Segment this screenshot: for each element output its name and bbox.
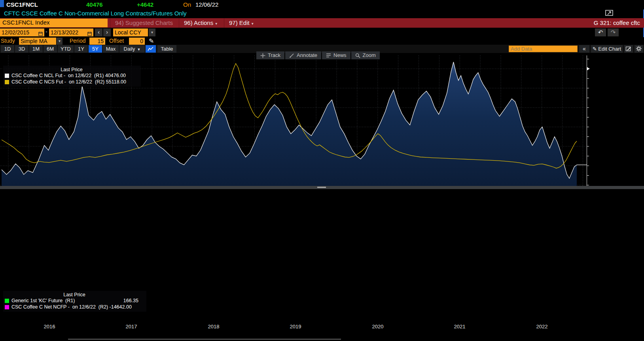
chart-tools-bar: Track Annotate News Zoom xyxy=(256,51,380,59)
series-swatch-magenta xyxy=(5,305,9,309)
add-data-input[interactable] xyxy=(509,45,578,52)
currency-dropdown-caret[interactable]: ▾ xyxy=(149,28,155,36)
legend-row-kc: Generic 1st 'KC' Future (R1)166.35 xyxy=(5,298,144,304)
track-crosshair-icon xyxy=(260,53,265,58)
year-label: 2021 xyxy=(446,324,474,330)
chart-region[interactable]: Track Annotate News Zoom Last Price CSC … xyxy=(0,53,644,341)
annotate-button[interactable]: Annotate xyxy=(285,51,321,59)
period-field[interactable]: 15 xyxy=(89,38,105,45)
command-toolbar: CSC1FNCL Index 94) Suggested Charts 96) … xyxy=(0,18,644,28)
security-input[interactable]: CSC1FNCL Index xyxy=(0,19,108,27)
legend-row-ncs: CSC Coffee C NCS Fut - on 12/6/22 (R2) 5… xyxy=(5,79,138,85)
legend-title: Last Price xyxy=(5,66,138,73)
tab-5y-selected[interactable]: 5Y xyxy=(89,45,102,53)
year-label: 2017 xyxy=(117,324,145,330)
range-controls-row: 12/02/2015 - 12/13/2022 ‹ › Local CCY ▾ … xyxy=(0,28,644,37)
year-label: 2019 xyxy=(282,324,309,330)
series-swatch-white xyxy=(5,74,9,78)
legend-title: Last Price xyxy=(5,292,144,298)
news-button[interactable]: News xyxy=(322,51,350,59)
tab-ytd[interactable]: YTD xyxy=(58,45,74,53)
subtitle-row: CFTC CSCE Coffee C Non-Commercial Long C… xyxy=(0,9,644,18)
legend-row-ncfp: CSC Coffee C Net NCFP - on 12/6/22 (R2) … xyxy=(5,304,144,311)
study-select[interactable]: Simple MA xyxy=(19,38,56,45)
start-date-field[interactable]: 12/02/2015 xyxy=(0,28,44,36)
series-swatch-gold xyxy=(5,80,9,84)
chevron-down-icon: ▼ xyxy=(137,47,140,51)
price-change: +4642 xyxy=(137,1,153,8)
frequency-select[interactable]: Daily▼ xyxy=(119,45,145,53)
actions-menu[interactable]: 96) Actions▾ xyxy=(179,18,222,28)
collapse-panel-button[interactable]: « xyxy=(579,45,589,53)
track-button[interactable]: Track xyxy=(256,51,284,59)
panel-splitter[interactable] xyxy=(0,186,644,189)
end-date-field[interactable]: 12/13/2022 xyxy=(49,28,93,36)
launch-monitor-icon[interactable] xyxy=(604,9,615,17)
on-label: On xyxy=(183,1,191,8)
splitter-handle[interactable] xyxy=(317,187,326,188)
table-view-button[interactable]: Table xyxy=(157,45,176,53)
study-controls-row: Study Simple MA ▾ Period 15 Offset 0 ✎ xyxy=(0,38,644,45)
chevron-down-icon: ▾ xyxy=(252,21,254,26)
series-swatch-green xyxy=(5,299,9,303)
shift-range-forward-button[interactable]: › xyxy=(103,28,111,36)
calendar-icon xyxy=(38,30,43,38)
price-axis xyxy=(587,55,590,186)
tab-1y[interactable]: 1Y xyxy=(74,45,88,53)
bottom-chart-legend: Last Price Generic 1st 'KC' Future (R1)1… xyxy=(3,291,146,312)
edit-chart-button[interactable]: ✎ Edit Chart xyxy=(591,45,623,53)
line-chart-type-icon[interactable] xyxy=(146,45,156,53)
horizontal-scrollbar[interactable] xyxy=(68,339,341,340)
last-price: 40476 xyxy=(86,1,103,8)
legend-value: 166.35 xyxy=(123,298,144,304)
page-label: G 321: coffee cftc xyxy=(594,18,640,28)
ticker-marker xyxy=(0,0,4,7)
add-data-wrap xyxy=(509,45,578,52)
undo-button[interactable]: ↶ xyxy=(595,28,606,36)
chart-settings-icon[interactable] xyxy=(624,45,633,53)
security-description: CFTC CSCE Coffee C Non-Commercial Long C… xyxy=(4,10,187,17)
zoom-magnifier-icon xyxy=(355,53,360,58)
tab-max[interactable]: Max xyxy=(103,45,119,53)
chevron-down-icon: ▾ xyxy=(215,21,217,26)
period-label: Period xyxy=(70,38,85,44)
suggested-charts-menu[interactable]: 94) Suggested Charts xyxy=(110,18,178,28)
zoom-button[interactable]: Zoom xyxy=(351,51,380,59)
study-dropdown-caret[interactable]: ▾ xyxy=(57,38,63,45)
ticker-header-row: CSC1FNCL 40476 +4642 On 12/06/22 xyxy=(0,0,644,9)
time-axis: 2016 2017 2018 2019 2020 2021 2022 xyxy=(0,316,644,339)
date-range-separator: - xyxy=(45,28,47,35)
gear-icon[interactable] xyxy=(635,45,643,53)
offset-field[interactable]: 0 xyxy=(129,38,145,45)
bloomberg-terminal-window: CSC1FNCL 40476 +4642 On 12/06/22 CFTC CS… xyxy=(0,0,644,341)
top-chart-legend: Last Price CSC Coffee C NCL Fut - on 12/… xyxy=(3,66,141,87)
currency-select[interactable]: Local CCY xyxy=(113,28,148,36)
study-label: Study xyxy=(1,38,15,44)
edit-menu[interactable]: 97) Edit▾ xyxy=(224,18,258,28)
calendar-icon xyxy=(87,30,92,38)
annotate-icon xyxy=(289,53,294,58)
tab-6m[interactable]: 6M xyxy=(44,45,57,53)
news-icon xyxy=(326,53,331,58)
edit-study-pencil-icon[interactable]: ✎ xyxy=(149,37,154,45)
quote-date: 12/06/22 xyxy=(195,1,218,8)
year-label: 2022 xyxy=(528,324,556,330)
ticker-symbol: CSC1FNCL xyxy=(6,1,38,8)
tab-3d[interactable]: 3D xyxy=(15,45,28,53)
shift-range-back-button[interactable]: ‹ xyxy=(95,28,102,36)
year-label: 2016 xyxy=(36,324,63,330)
tab-1m[interactable]: 1M xyxy=(29,45,43,53)
redo-button[interactable]: ↷ xyxy=(608,28,619,36)
tab-1d[interactable]: 1D xyxy=(1,45,14,53)
year-label: 2020 xyxy=(364,324,392,330)
year-label: 2018 xyxy=(200,324,227,330)
offset-label: Offset xyxy=(109,38,124,44)
pencil-icon: ✎ xyxy=(593,46,599,52)
legend-row-ncl: CSC Coffee C NCL Fut - on 12/6/22 (R1) 4… xyxy=(5,73,138,79)
